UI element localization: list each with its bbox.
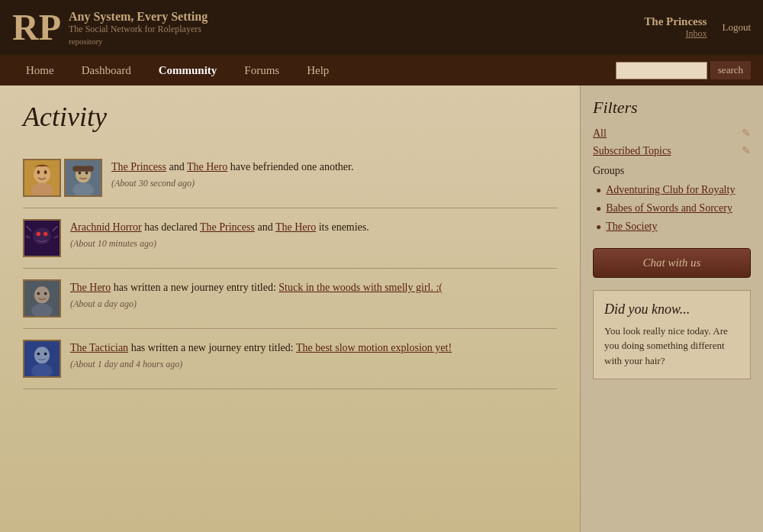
activity-content: The Tactician has written a new journey … [70, 340, 557, 370]
logo-tagline2: The Social Network for Roleplayers [69, 24, 208, 35]
activity-avatars [23, 159, 102, 197]
activity-time: (About 1 day and 4 hours ago) [70, 359, 557, 370]
tactician-title-link[interactable]: The best slow motion explosion yet! [296, 342, 452, 353]
nav-help[interactable]: Help [293, 58, 343, 83]
bullet-icon: ● [596, 221, 601, 233]
activity-avatars [23, 340, 61, 378]
logo[interactable]: RP Any System, Every Setting The Social … [12, 9, 208, 46]
activity-text: Arachnid Horror has declared The Princes… [70, 219, 557, 235]
nav-forums[interactable]: Forums [230, 58, 293, 83]
activity-and: and [257, 221, 275, 233]
logo-tagline1: Any System, Every Setting [69, 10, 208, 24]
group-adventuring-link[interactable]: Adventuring Club for Royalty [606, 183, 735, 197]
svg-point-23 [44, 292, 47, 295]
princess-link[interactable]: The Princess [200, 221, 255, 233]
activity-suffix: its enemies. [319, 221, 369, 233]
activity-content: Arachnid Horror has declared The Princes… [70, 219, 557, 250]
activity-connector: has written a new journey entry titled: [131, 342, 296, 353]
actor2-link[interactable]: The Hero [187, 161, 227, 172]
did-you-know-panel: Did you know... You look really nice tod… [593, 290, 751, 380]
nav-community[interactable]: Community [145, 58, 231, 83]
group-item: ● Adventuring Club for Royalty [593, 183, 751, 197]
filter-subscribed-link[interactable]: Subscribed Topics [593, 145, 671, 157]
sidebar: Filters All ✎ Subscribed Topics ✎ Groups… [580, 85, 763, 532]
svg-point-13 [37, 232, 41, 237]
activity-text: The Hero has written a new journey entry… [70, 279, 557, 295]
svg-point-25 [34, 347, 50, 363]
avatar-hero2 [23, 279, 61, 318]
activity-connector: has declared [144, 221, 200, 233]
header-right: The Princess Inbox Logout [644, 15, 751, 40]
svg-point-9 [85, 172, 89, 175]
activity-connector: and [169, 161, 186, 172]
site-header: RP Any System, Every Setting The Social … [0, 0, 763, 55]
avatar-arachnid [23, 219, 61, 257]
group-society-link[interactable]: The Society [606, 220, 657, 234]
activity-item: The Tactician has written a new journey … [23, 329, 557, 389]
avatar-princess [23, 159, 61, 197]
bullet-icon: ● [596, 185, 601, 196]
group-babes-link[interactable]: Babes of Swords and Sorcery [606, 202, 732, 215]
groups-label: Groups [593, 165, 751, 177]
activity-avatars [23, 219, 61, 257]
activity-time: (About 10 minutes ago) [70, 238, 557, 250]
bullet-icon: ● [596, 203, 601, 214]
filters-title: Filters [593, 98, 751, 118]
svg-point-14 [43, 232, 48, 237]
nav-home[interactable]: Home [12, 58, 68, 83]
actor1-link[interactable]: The Princess [111, 161, 166, 172]
journey-title-link[interactable]: Stuck in the woods with smelly girl. :( [278, 282, 443, 293]
tactician-link[interactable]: The Tactician [70, 342, 128, 353]
arachnid-link[interactable]: Arachnid Horror [70, 221, 142, 233]
navigation: Home Dashboard Community Forums Help sea… [0, 55, 763, 85]
edit-subscribed-icon[interactable]: ✎ [742, 144, 751, 157]
nav-dashboard[interactable]: Dashboard [68, 58, 145, 83]
svg-point-1 [34, 165, 50, 183]
svg-point-4 [44, 170, 47, 174]
activity-content: The Princess and The Hero have befriende… [111, 159, 557, 189]
hero-journey-link[interactable]: The Hero [70, 282, 111, 293]
dyk-text: You look really nice today. Are you doin… [604, 324, 739, 369]
svg-point-8 [79, 172, 82, 175]
logout-button[interactable]: Logout [722, 21, 751, 34]
activity-item: The Hero has written a new journey entry… [23, 269, 557, 329]
svg-point-20 [34, 286, 50, 303]
search-button[interactable]: search [710, 61, 751, 79]
activity-title: Activity [23, 101, 557, 133]
activity-time: (About 30 second ago) [111, 178, 557, 189]
svg-point-26 [31, 363, 53, 377]
filter-all-link[interactable]: All [593, 127, 607, 140]
group-item: ● The Society [593, 220, 751, 234]
activity-connector: has written a new journey entry titled: [114, 282, 279, 293]
avatar-hero [64, 159, 102, 197]
search-input[interactable] [616, 62, 707, 79]
main-content: Activity [0, 85, 763, 532]
svg-rect-10 [72, 166, 94, 171]
search-area: search [616, 61, 751, 79]
hero-link[interactable]: The Hero [275, 221, 316, 233]
svg-point-21 [31, 303, 53, 317]
svg-point-2 [31, 182, 53, 196]
svg-point-27 [37, 353, 40, 356]
activity-item: The Princess and The Hero have befriende… [23, 148, 557, 208]
logo-sub: repository [69, 37, 208, 46]
filter-all-row: All ✎ [593, 127, 751, 140]
activity-suffix: have befriended one another. [230, 161, 354, 172]
edit-all-icon[interactable]: ✎ [742, 127, 751, 140]
logo-initials: RP [12, 9, 61, 46]
inbox-link[interactable]: Inbox [644, 28, 707, 40]
chat-button[interactable]: Chat with us [593, 248, 751, 278]
activity-avatars [23, 279, 61, 318]
filter-subscribed-row: Subscribed Topics ✎ [593, 144, 751, 157]
user-info: The Princess Inbox [644, 15, 707, 40]
activity-text: The Tactician has written a new journey … [70, 340, 557, 356]
activity-content: The Hero has written a new journey entry… [70, 279, 557, 310]
svg-point-3 [37, 170, 40, 174]
activity-feed: Activity [0, 85, 580, 532]
svg-point-7 [72, 182, 94, 196]
svg-point-22 [37, 292, 40, 295]
dyk-title: Did you know... [604, 301, 739, 318]
svg-point-28 [44, 353, 47, 356]
avatar-tactician [23, 340, 61, 378]
activity-item: Arachnid Horror has declared The Princes… [23, 208, 557, 269]
